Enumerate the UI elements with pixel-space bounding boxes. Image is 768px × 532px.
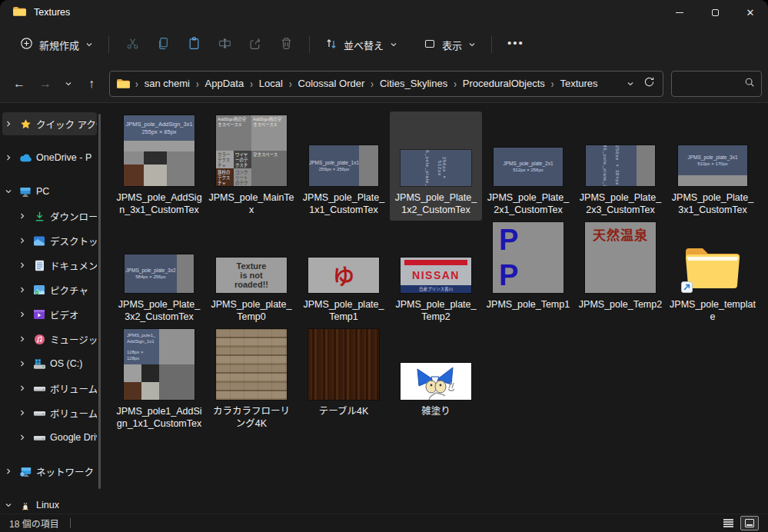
chevron-right-icon[interactable] — [18, 407, 26, 419]
sidebar-item--e-[interactable]: ボリューム (E: — [16, 377, 97, 400]
recent-locations-button[interactable] — [58, 71, 78, 97]
chevron-down-icon[interactable] — [2, 188, 15, 195]
chevron-right-icon[interactable] — [18, 382, 26, 394]
cut-button[interactable] — [117, 31, 148, 58]
folder-icon — [116, 78, 131, 89]
minimize-icon — [676, 12, 683, 13]
sort-button[interactable]: 並べ替え — [318, 32, 405, 58]
file-tile-JPMS_pole_Plate_2x1_CustomTex[interactable]: JPMS_pole_plate_2x1512px × 256pxJPMS_pol… — [482, 111, 574, 221]
file-tile-テーブル4K[interactable]: テーブル4K — [298, 328, 390, 434]
sidebar-item-google-driv[interactable]: Google Driv — [16, 426, 97, 449]
breadcrumb-item[interactable]: Cities_Skylines — [375, 75, 452, 92]
details-view-button[interactable] — [719, 516, 737, 530]
chevron-right-icon[interactable] — [18, 210, 26, 222]
file-name: JPMS_pole_MainTex — [208, 191, 294, 216]
file-thumbnail: AddSign用の空きスペース①AddSign用の空きスペース②空きスペースカラ… — [216, 113, 287, 186]
file-tile-JPMS_pole_AddSign_3x1_CustomTex[interactable]: JPMS_pole_AddSign_3x1255px × 85pxJPMS_po… — [113, 111, 205, 221]
file-tile-JPMS_pole_Temp1[interactable]: P PJPMS_pole_Temp1 — [482, 221, 574, 328]
sidebar-item-label: ミュージック — [50, 332, 97, 347]
large-icons-view-button[interactable] — [740, 516, 759, 530]
music-icon — [32, 334, 46, 345]
chevron-right-icon[interactable] — [5, 151, 12, 164]
more-options-button[interactable]: ••• — [500, 31, 532, 59]
breadcrumb-item[interactable]: AppData — [201, 75, 249, 92]
chevron-right-icon[interactable] — [18, 234, 26, 247]
sidebar-item-label: ボリューム (E: — [50, 381, 97, 396]
address-dropdown-chevron-icon[interactable] — [627, 77, 634, 91]
file-tile-JPMS_pole_Plate_2x3_CustomTex[interactable]: JPMS_pole_plate_2x3256px × 384pxJPMS_pol… — [574, 111, 667, 221]
sidebar-item--[interactable]: ドキュメント — [16, 254, 97, 277]
breadcrumb-item[interactable]: Local — [254, 75, 288, 92]
sidebar-item--[interactable]: ビデオ — [16, 303, 97, 326]
chevron-down-icon[interactable] — [2, 501, 15, 509]
sidebar-item-label: OS (C:) — [50, 358, 82, 369]
paste-button[interactable] — [178, 31, 209, 58]
chevron-right-icon[interactable] — [18, 357, 26, 370]
file-tile-JPMS_pole_Plate_1x2_CustomTex[interactable]: JPMS_pole_plate_1x2256px × 512pxJPMS_pol… — [390, 111, 482, 221]
back-button[interactable]: ← — [6, 71, 32, 97]
sidebar-item--[interactable]: ミュージック — [16, 328, 97, 351]
sidebar-item-label: Google Driv — [50, 432, 97, 443]
sidebar-item--[interactable]: ダウンロード — [16, 204, 97, 228]
sidebar-item-os-c-[interactable]: OS (C:) — [16, 352, 97, 375]
file-thumbnail: JPMS_pole1_AddSign_1x1128px × 128px — [124, 329, 194, 400]
breadcrumb-item[interactable]: ProceduralObjects — [458, 75, 550, 92]
sidebar-item--f-[interactable]: ボリューム (F: — [16, 401, 97, 424]
breadcrumb-separator-icon: › — [288, 78, 294, 90]
sidebar-item-onedrive-p[interactable]: OneDrive - P — [2, 146, 97, 169]
sidebar-item-label: ボリューム (F: — [50, 406, 97, 421]
maximize-button[interactable] — [697, 0, 733, 25]
file-tile-JPMS_pole_plate_Temp2[interactable]: NISSAN日産プリンス香川JPMS_pole_plate_Temp2 — [390, 221, 482, 328]
refresh-icon[interactable] — [643, 76, 655, 91]
chevron-right-icon[interactable] — [18, 284, 26, 296]
sidebar-scrollbar[interactable] — [98, 114, 101, 489]
file-tile-JPMS_pole1_AddSign_1x1_CustomTex[interactable]: JPMS_pole1_AddSign_1x1128px × 128pxJPMS_… — [113, 328, 205, 434]
sidebar-item-pc[interactable]: PC — [2, 180, 97, 203]
delete-button[interactable] — [271, 31, 301, 58]
file-tile-カラカラフローリング4K[interactable]: カラカラフローリング4K — [205, 328, 298, 434]
forward-button[interactable]: → — [32, 71, 58, 97]
copy-button[interactable] — [148, 31, 178, 58]
file-tile-JPMS_pole_plate_Temp0[interactable]: Texture is not roaded!!JPMS_pole_plate_T… — [205, 221, 298, 328]
file-thumbnail: JPMS_pole_AddSign_3x1255px × 85px — [124, 113, 194, 186]
file-tile-JPMS_pole_Temp2[interactable]: 天然温泉JPMS_pole_Temp2 — [574, 221, 667, 328]
chevron-right-icon[interactable] — [5, 118, 12, 130]
file-tile-JPMS_pole_Plate_3x1_CustomTex[interactable]: JPMS_pole_plate_3x1510px × 170pxJPMS_pol… — [667, 111, 759, 221]
chevron-right-icon[interactable] — [18, 308, 26, 321]
sidebar-item--[interactable]: ネットワーク — [2, 460, 97, 483]
file-tile-JPMS_pole_MainTex[interactable]: AddSign用の空きスペース①AddSign用の空きスペース②空きスペースカラ… — [205, 111, 298, 221]
chevron-down-icon — [85, 39, 93, 51]
sidebar-item--[interactable]: デスクトップ — [16, 229, 97, 252]
file-thumbnail: JPMS_pole_plate_1x2256px × 512px — [401, 113, 471, 186]
address-bar[interactable]: ›san chemi›AppData›Local›Colossal Order›… — [109, 71, 663, 97]
share-button[interactable] — [240, 31, 271, 58]
chevron-right-icon[interactable] — [18, 333, 26, 345]
search-box[interactable] — [671, 71, 762, 97]
close-button[interactable]: ✕ — [733, 0, 768, 25]
rename-button[interactable] — [209, 31, 240, 58]
new-button[interactable]: 新規作成 — [12, 32, 101, 58]
chevron-right-icon[interactable] — [18, 259, 26, 271]
file-thumbnail: JPMS_pole_plate_2x3256px × 384px — [586, 113, 655, 186]
search-input[interactable] — [678, 78, 744, 89]
file-tile-JPMS_pole_plate_Temp1[interactable]: ゆJPMS_pole_plate_Temp1 — [298, 221, 390, 328]
breadcrumb-item[interactable]: san chemi — [140, 75, 194, 92]
network-icon — [18, 466, 32, 477]
file-tile-JPMS_pole_template[interactable]: JPMS_pole_template — [667, 221, 759, 328]
up-button[interactable]: ↑ — [78, 71, 105, 97]
breadcrumb-item[interactable]: Textures — [555, 75, 602, 92]
sidebar-item-linux[interactable]: Linux — [2, 494, 97, 514]
video-icon — [32, 309, 46, 320]
file-list: JPMS_pole_AddSign_3x1255px × 85pxJPMS_po… — [102, 103, 768, 514]
file-tile-JPMS_pole_Plate_3x2_CustomTex[interactable]: JPMS_pole_plate_3x2584px × 256pxJPMS_pol… — [113, 221, 205, 328]
file-tile-JPMS_pole_Plate_1x1_CustomTex[interactable]: JPMS_pole_plate_1x1256px × 256pxJPMS_pol… — [298, 111, 390, 221]
sidebar-item--[interactable]: ピクチャ — [16, 278, 97, 301]
minimize-button[interactable] — [662, 0, 697, 25]
file-thumbnail: 天然温泉 — [585, 222, 656, 293]
view-button[interactable]: 表示 — [416, 32, 484, 58]
chevron-right-icon[interactable] — [5, 465, 12, 477]
file-tile-雑塗り[interactable]: 雑塗り — [390, 328, 482, 434]
breadcrumb-item[interactable]: Colossal Order — [294, 75, 370, 92]
sidebar-item--[interactable]: クイック アクセス — [2, 112, 97, 135]
chevron-right-icon[interactable] — [18, 431, 26, 444]
